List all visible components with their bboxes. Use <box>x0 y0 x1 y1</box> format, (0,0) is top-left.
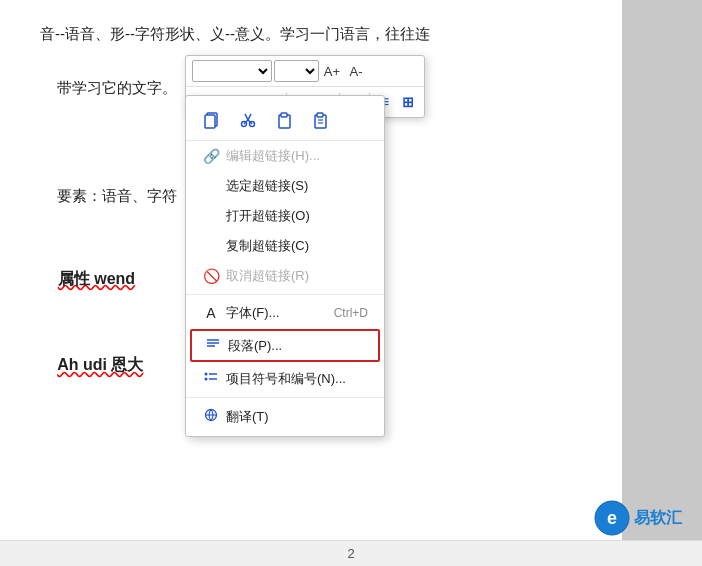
svg-text:e: e <box>607 508 617 528</box>
context-menu-separator-2 <box>186 397 384 398</box>
svg-point-19 <box>205 378 208 381</box>
context-select-link[interactable]: 选定超链接(S) <box>186 171 384 201</box>
context-menu-separator-1 <box>186 294 384 295</box>
svg-rect-1 <box>205 115 215 128</box>
cancel-link-icon: 🚫 <box>202 268 220 284</box>
svg-point-17 <box>205 373 208 376</box>
page-number: 2 <box>347 546 354 561</box>
context-open-link[interactable]: 打开超链接(O) <box>186 201 384 231</box>
logo-area: e 易软汇 <box>594 500 682 536</box>
context-paragraph[interactable]: 段落(P)... <box>190 329 380 362</box>
context-paste-special-icon-btn[interactable] <box>306 106 334 134</box>
translate-icon <box>202 407 220 426</box>
bullets-icon <box>202 369 220 388</box>
toolbar-row-1: A+ A- <box>186 56 424 87</box>
context-cut-icon-btn[interactable] <box>234 106 262 134</box>
font-size-select[interactable] <box>274 60 319 82</box>
context-menu: 🔗 编辑超链接(H)... 选定超链接(S) 打开超链接(O) 复制超链接(C)… <box>185 95 385 437</box>
logo-wrapper: e 易软汇 <box>594 500 682 536</box>
svg-rect-9 <box>281 113 287 117</box>
context-bullets[interactable]: 项目符号和编号(N)... <box>186 363 384 394</box>
context-menu-icon-row <box>186 100 384 141</box>
page-bar: 2 <box>0 540 702 566</box>
context-copy-link[interactable]: 复制超链接(C) <box>186 231 384 261</box>
svg-rect-11 <box>317 113 323 117</box>
font-icon: A <box>202 305 220 321</box>
font-family-select[interactable] <box>192 60 272 82</box>
paragraph-icon <box>204 336 222 355</box>
increase-font-button[interactable]: A+ <box>321 60 343 82</box>
decrease-font-button[interactable]: A- <box>345 60 367 82</box>
right-panel <box>622 0 702 540</box>
context-copy-icon-btn[interactable] <box>198 106 226 134</box>
context-translate[interactable]: 翻译(T) <box>186 401 384 432</box>
svg-line-6 <box>245 114 248 120</box>
context-edit-link[interactable]: 🔗 编辑超链接(H)... <box>186 141 384 171</box>
doc-line-1: 音--语音、形--字符形状、义--意义。学习一门语言，往往连 <box>40 20 662 47</box>
context-font[interactable]: A 字体(F)... Ctrl+D <box>186 298 384 328</box>
edit-link-icon: 🔗 <box>202 148 220 164</box>
format-button[interactable]: ⊞ <box>397 90 418 114</box>
context-cancel-link[interactable]: 🚫 取消超链接(R) <box>186 261 384 291</box>
logo-text: 易软汇 <box>634 508 682 529</box>
svg-line-7 <box>248 114 251 120</box>
logo-icon: e <box>594 500 630 536</box>
context-paste-icon-btn[interactable] <box>270 106 298 134</box>
